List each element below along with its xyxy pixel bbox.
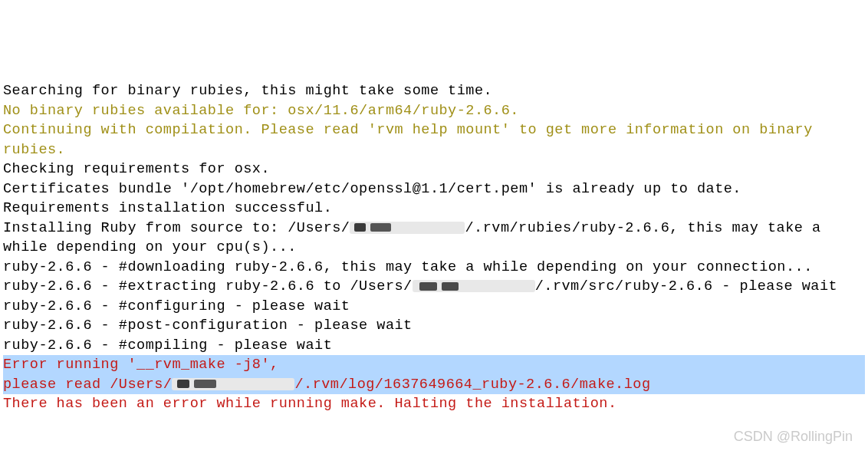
terminal-line-halting: There has been an error while running ma… bbox=[3, 394, 865, 414]
redacted-username bbox=[413, 280, 535, 292]
terminal-line-installing: Installing Ruby from source to: /Users//… bbox=[3, 219, 865, 258]
text-fragment: please read /Users/ bbox=[3, 377, 172, 393]
terminal-line-configuring: ruby-2.6.6 - #configuring - please wait bbox=[3, 297, 865, 317]
text-fragment: ruby-2.6.6 - #extracting ruby-2.6.6 to /… bbox=[3, 278, 413, 294]
watermark-text: CSDN @RollingPin bbox=[734, 427, 853, 446]
terminal-line-extracting: ruby-2.6.6 - #extracting ruby-2.6.6 to /… bbox=[3, 277, 865, 297]
terminal-line-continuing: Continuing with compilation. Please read… bbox=[3, 120, 865, 160]
terminal-line-error-log: please read /Users//.rvm/log/1637649664_… bbox=[3, 375, 865, 395]
terminal-line-postconfig: ruby-2.6.6 - #post-configuration - pleas… bbox=[3, 316, 865, 336]
terminal-line-compiling: ruby-2.6.6 - #compiling - please wait bbox=[3, 336, 865, 356]
terminal-line-search: Searching for binary rubies, this might … bbox=[3, 81, 865, 101]
text-fragment: /.rvm/log/1637649664_ruby-2.6.6/make.log bbox=[294, 377, 650, 393]
redacted-username bbox=[172, 378, 294, 390]
terminal-line-checking: Checking requirements for osx. bbox=[3, 160, 865, 179]
redacted-username bbox=[350, 222, 465, 234]
text-fragment: /.rvm/src/ruby-2.6.6 - please wait bbox=[535, 278, 837, 294]
terminal-line-certs: Certificates bundle '/opt/homebrew/etc/o… bbox=[3, 179, 865, 199]
text-fragment: Installing Ruby from source to: /Users/ bbox=[3, 220, 350, 236]
terminal-line-downloading: ruby-2.6.6 - #downloading ruby-2.6.6, th… bbox=[3, 258, 865, 278]
terminal-line-nobinary: No binary rubies available for: osx/11.6… bbox=[3, 101, 865, 121]
terminal-line-reqsuccess: Requirements installation successful. bbox=[3, 199, 865, 219]
terminal-line-error-make: Error running '__rvm_make -j8', bbox=[3, 355, 865, 375]
